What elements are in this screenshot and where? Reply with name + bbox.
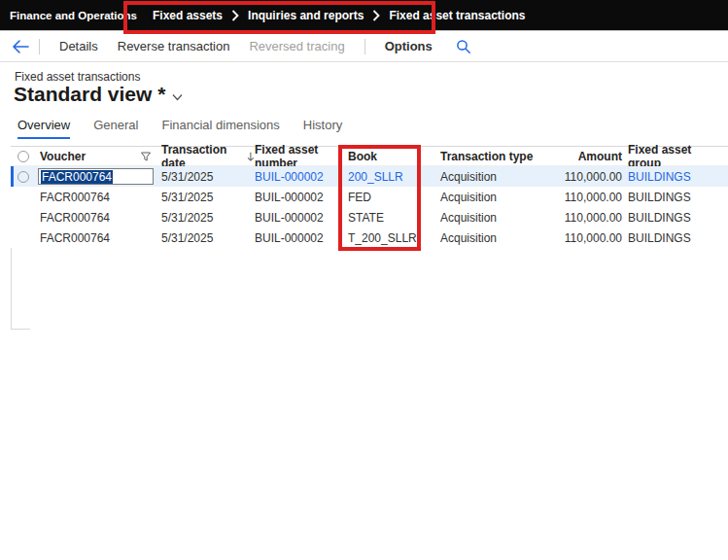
arrow-left-icon: [12, 40, 29, 53]
fixed-asset-transactions-grid: Voucher Transaction date Fixed asset num…: [11, 146, 728, 248]
grid-corner-border: [11, 329, 30, 330]
breadcrumb: Fixed assets Inquiries and reports Fixed…: [153, 0, 525, 30]
row-select-radio-icon[interactable]: [17, 171, 29, 183]
book-cell[interactable]: FED: [348, 191, 440, 204]
transaction-date-cell[interactable]: 5/31/2025: [161, 170, 255, 184]
tab-overview[interactable]: Overview: [17, 118, 70, 139]
breadcrumb-fixed-assets[interactable]: Fixed assets: [153, 9, 223, 22]
table-row[interactable]: FACR000764 5/31/2025 BUIL-000002 STATE A…: [11, 207, 728, 228]
fixed-asset-group-cell[interactable]: BUILDINGS: [622, 191, 723, 204]
amount-cell[interactable]: 110,000.00: [535, 170, 622, 184]
fixed-asset-number-cell: BUIL-000002: [255, 170, 348, 184]
tab-general[interactable]: General: [93, 118, 138, 139]
selected-row-indicator: [11, 166, 14, 187]
book-cell: 200_SLLR: [348, 170, 440, 184]
details-button[interactable]: Details: [59, 39, 98, 53]
chevron-down-icon: [172, 93, 183, 101]
chevron-right-icon: [231, 10, 239, 21]
book-cell[interactable]: T_200_SLLR: [348, 231, 440, 245]
fixed-asset-group-cell[interactable]: BUILDINGS: [622, 231, 723, 245]
reversed-tracing-button: Reversed tracing: [249, 39, 344, 53]
table-row[interactable]: FACR000764 5/31/2025 BUIL-000002 T_200_S…: [11, 228, 728, 248]
view-title[interactable]: Standard view *: [14, 83, 183, 106]
tab-history[interactable]: History: [303, 118, 342, 139]
chevron-right-icon: [372, 10, 380, 21]
fixed-asset-group-cell[interactable]: BUILDINGS: [622, 211, 723, 225]
voucher-input-selected-text: FACR000764: [41, 170, 113, 184]
column-header-voucher-label: Voucher: [40, 150, 86, 163]
action-bar: Details Reverse transaction Reversed tra…: [0, 31, 728, 62]
fixed-asset-number-cell[interactable]: BUIL-000002: [255, 191, 348, 204]
app-title: Finance and Operations: [10, 10, 137, 21]
amount-cell[interactable]: 110,000.00: [535, 231, 622, 245]
column-header-voucher[interactable]: Voucher: [40, 150, 161, 163]
voucher-input[interactable]: FACR000764: [38, 168, 154, 185]
table-row[interactable]: FACR000764 5/31/2025 BUIL-000002 FED Acq…: [11, 187, 728, 207]
fixed-asset-number-cell[interactable]: BUIL-000002: [255, 231, 348, 245]
transaction-type-cell[interactable]: Acquisition: [440, 191, 535, 204]
filter-icon[interactable]: [140, 151, 152, 162]
amount-cell[interactable]: 110,000.00: [535, 191, 622, 204]
options-button[interactable]: Options: [385, 39, 433, 53]
action-bar-divider: [364, 39, 365, 54]
transaction-type-cell[interactable]: Acquisition: [440, 231, 535, 245]
select-all-radio-icon[interactable]: [17, 151, 29, 162]
fixed-asset-group-cell: BUILDINGS: [622, 170, 723, 184]
transaction-date-cell[interactable]: 5/31/2025: [161, 231, 255, 245]
view-title-label: Standard view *: [14, 83, 165, 106]
table-row[interactable]: FACR000764 5/31/2025 BUIL-000002 200_SLL…: [11, 166, 728, 187]
voucher-cell[interactable]: FACR000764: [40, 231, 161, 245]
top-navigation-bar: Finance and Operations Fixed assets Inqu…: [0, 0, 728, 30]
column-header-amount[interactable]: Amount: [535, 150, 622, 163]
action-bar-divider: [39, 39, 40, 54]
column-header-transaction-type[interactable]: Transaction type: [440, 150, 535, 163]
amount-cell[interactable]: 110,000.00: [535, 211, 622, 225]
grid-header-row: Voucher Transaction date Fixed asset num…: [11, 146, 728, 166]
breadcrumb-fixed-asset-transactions[interactable]: Fixed asset transactions: [389, 9, 525, 22]
voucher-cell[interactable]: FACR000764: [40, 211, 161, 225]
fixed-asset-group-link[interactable]: BUILDINGS: [628, 170, 691, 184]
search-button[interactable]: [456, 39, 471, 54]
transaction-date-cell[interactable]: 5/31/2025: [161, 191, 255, 204]
select-all-cell[interactable]: [11, 151, 40, 162]
breadcrumb-inquiries-and-reports[interactable]: Inquiries and reports: [248, 9, 364, 22]
row-select-cell[interactable]: [11, 171, 40, 183]
voucher-cell[interactable]: FACR000764: [40, 191, 161, 204]
back-button[interactable]: [12, 40, 29, 53]
transaction-date-cell[interactable]: 5/31/2025: [161, 211, 255, 225]
transaction-type-cell[interactable]: Acquisition: [440, 211, 535, 225]
fixed-asset-number-link[interactable]: BUIL-000002: [255, 170, 324, 184]
tab-financial-dimensions[interactable]: Financial dimensions: [161, 118, 279, 139]
book-cell[interactable]: STATE: [348, 211, 440, 225]
reverse-transaction-button[interactable]: Reverse transaction: [118, 39, 230, 53]
search-icon: [456, 39, 471, 54]
book-link[interactable]: 200_SLLR: [348, 170, 403, 184]
sort-descending-icon: [247, 151, 255, 162]
transaction-type-cell[interactable]: Acquisition: [440, 170, 535, 184]
tab-strip: Overview General Financial dimensions Hi…: [17, 118, 342, 139]
page-caption: Fixed asset transactions: [15, 70, 140, 84]
column-header-book[interactable]: Book: [348, 150, 440, 163]
fixed-asset-number-cell[interactable]: BUIL-000002: [255, 211, 348, 225]
